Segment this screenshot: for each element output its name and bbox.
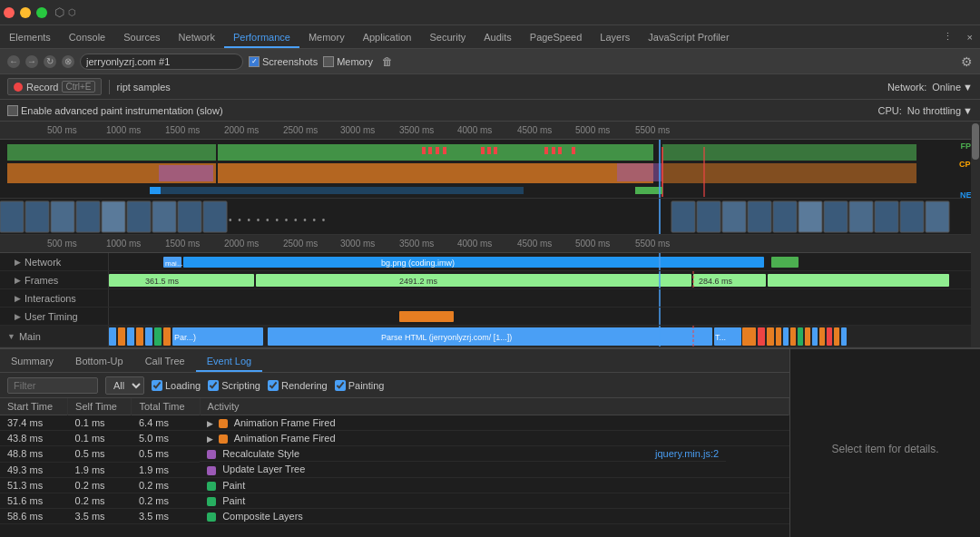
frames-track-label[interactable]: ▶ Frames [0, 271, 109, 288]
screenshots-checkbox-label[interactable]: ✓ Screenshots [249, 56, 318, 67]
tab-security[interactable]: Security [420, 25, 475, 48]
user-timing-track-content[interactable] [109, 308, 980, 325]
toolbar-separator [109, 80, 110, 94]
enable-paint-label[interactable]: Enable advanced paint instrumentation (s… [7, 105, 223, 116]
maximize-button[interactable] [36, 7, 47, 18]
cpu-throttle-controls: CPU: No throttling ▼ [878, 105, 973, 116]
svg-rect-45 [900, 201, 924, 232]
loading-label: Loading [165, 380, 201, 391]
time-mark-3500: 3500 ms [399, 125, 434, 135]
filter-input[interactable] [7, 377, 98, 394]
loading-filter[interactable]: Loading [152, 380, 201, 391]
user-timing-label-text: User Timing [24, 311, 78, 322]
tab-performance[interactable]: Performance [224, 25, 299, 48]
interactions-track-content[interactable] [109, 289, 980, 307]
network-track-label[interactable]: ▶ Network [0, 253, 109, 270]
svg-rect-6 [617, 163, 662, 181]
main-track-content[interactable]: Par...) Parse HTML (jerryonlyzrj.com/ [1… [109, 326, 980, 347]
enable-paint-checkbox[interactable] [7, 105, 18, 116]
col-total-time[interactable]: Total Time [132, 398, 200, 415]
user-timing-track-label[interactable]: ▶ User Timing [0, 308, 109, 325]
svg-rect-67 [127, 327, 134, 346]
table-row[interactable]: 51.3 ms 0.2 ms 0.2 ms Paint [0, 477, 789, 493]
table-row[interactable]: 48.8 ms 0.5 ms 0.5 ms Recalculate Style … [0, 446, 789, 463]
network-track[interactable]: ▶ Network mai... bg.png (coding.imw) [0, 253, 980, 271]
clear-button[interactable]: 🗑 [382, 55, 393, 68]
timeline-scrollbar[interactable] [971, 122, 980, 347]
network-dropdown[interactable]: Online ▼ [932, 82, 973, 93]
cell-self-time: 1.9 ms [68, 462, 132, 477]
tab-event-log[interactable]: Event Log [196, 349, 263, 372]
memory-checkbox-label[interactable]: Memory [323, 56, 373, 67]
settings-gear-icon[interactable]: ⚙ [961, 54, 973, 69]
tab-application[interactable]: Application [354, 25, 421, 48]
rendering-filter[interactable]: Rendering [268, 380, 328, 391]
scripting-filter[interactable]: Scripting [208, 380, 260, 391]
frames-svg: 361.5 ms 2491.2 ms 284.6 ms [109, 271, 962, 288]
network-track-content[interactable]: mai... bg.png (coding.imw) [109, 253, 980, 270]
url-input[interactable] [80, 54, 243, 70]
col-activity[interactable]: Activity [200, 398, 789, 415]
table-row[interactable]: 49.3 ms 1.9 ms 1.9 ms Update Layer Tree [0, 462, 789, 477]
tab-sources[interactable]: Sources [114, 25, 169, 48]
memory-checkbox[interactable] [323, 56, 334, 67]
cell-total-time: 0.5 ms [132, 446, 200, 463]
tab-console[interactable]: Console [60, 25, 114, 48]
table-row[interactable]: 58.6 ms 3.5 ms 3.5 ms Composite Layers [0, 508, 789, 523]
event-log-table: Start Time Self Time Total Time Activity… [0, 398, 789, 524]
col-start-time[interactable]: Start Time [0, 398, 68, 415]
forward-button[interactable]: → [25, 55, 38, 68]
record-button[interactable]: Record Ctrl+E [7, 78, 102, 95]
table-row[interactable]: 43.8 ms 0.1 ms 5.0 ms ▶ Animation Frame … [0, 431, 789, 446]
metrics-area[interactable]: FPS CPU NET [0, 140, 980, 199]
close-button[interactable] [4, 7, 15, 18]
row-expand-arrow[interactable]: ▶ [207, 419, 213, 428]
event-log-table-scroll[interactable]: Start Time Self Time Total Time Activity… [0, 398, 789, 537]
tab-audits[interactable]: Audits [475, 25, 521, 48]
main-track-label[interactable]: ▼ Main [0, 326, 109, 347]
tab-elements[interactable]: Elements [0, 25, 60, 48]
screenshots-checkbox[interactable]: ✓ [249, 56, 260, 67]
cpu-throttle-dropdown[interactable]: No throttling ▼ [907, 105, 973, 116]
user-timing-track[interactable]: ▶ User Timing [0, 308, 980, 326]
screenshots-row[interactable]: • • • • • • • • • • • [0, 199, 980, 235]
table-row[interactable]: 51.6 ms 0.2 ms 0.2 ms Paint [0, 493, 789, 508]
frames-track[interactable]: ▶ Frames 361.5 ms 2491.2 ms 284.6 ms [0, 271, 980, 289]
interactions-track[interactable]: ▶ Interactions [0, 289, 980, 308]
stop-button[interactable]: ⊗ [62, 55, 74, 68]
col-self-time[interactable]: Self Time [68, 398, 132, 415]
painting-checkbox[interactable] [335, 380, 346, 391]
tab-summary[interactable]: Summary [0, 349, 64, 372]
tab-memory[interactable]: Memory [299, 25, 354, 48]
svg-text:2491.2 ms: 2491.2 ms [399, 277, 438, 286]
row-expand-arrow[interactable]: ▶ [207, 434, 213, 444]
refresh-button[interactable]: ↻ [44, 55, 56, 68]
time-mark2-5000: 5000 ms [575, 239, 610, 249]
table-row[interactable]: 37.4 ms 0.1 ms 6.4 ms ▶ Animation Frame … [0, 415, 789, 431]
tab-call-tree[interactable]: Call Tree [134, 349, 196, 372]
tab-bottom-up[interactable]: Bottom-Up [64, 349, 134, 372]
tab-network[interactable]: Network [170, 25, 224, 48]
main-track[interactable]: ▼ Main Par...) Pa [0, 326, 980, 347]
interactions-track-label[interactable]: ▶ Interactions [0, 289, 109, 307]
timeline-scrollbar-thumb[interactable] [972, 123, 979, 160]
svg-text:T...: T... [715, 333, 726, 342]
tab-pagespeed[interactable]: PageSpeed [521, 25, 592, 48]
frames-track-content[interactable]: 361.5 ms 2491.2 ms 284.6 ms [109, 271, 980, 288]
svg-rect-79 [758, 327, 765, 346]
scripting-checkbox[interactable] [208, 380, 219, 391]
svg-rect-29 [76, 201, 100, 232]
rendering-checkbox[interactable] [268, 380, 279, 391]
loading-checkbox[interactable] [152, 380, 162, 391]
close-devtools-button[interactable]: × [960, 25, 980, 48]
tab-js-profiler[interactable]: JavaScript Profiler [639, 25, 738, 48]
svg-rect-15 [544, 147, 548, 154]
main-track-svg: Par...) Parse HTML (jerryonlyzrj.com/ [1… [109, 326, 962, 347]
more-tabs-button[interactable]: ⋮ [936, 25, 960, 48]
tab-layers[interactable]: Layers [591, 25, 639, 48]
painting-filter[interactable]: Painting [335, 380, 385, 391]
source-link[interactable]: jquery.min.js:2 [655, 448, 719, 459]
back-button[interactable]: ← [7, 55, 20, 68]
minimize-button[interactable] [20, 7, 31, 18]
filter-dropdown[interactable]: All [105, 376, 144, 395]
